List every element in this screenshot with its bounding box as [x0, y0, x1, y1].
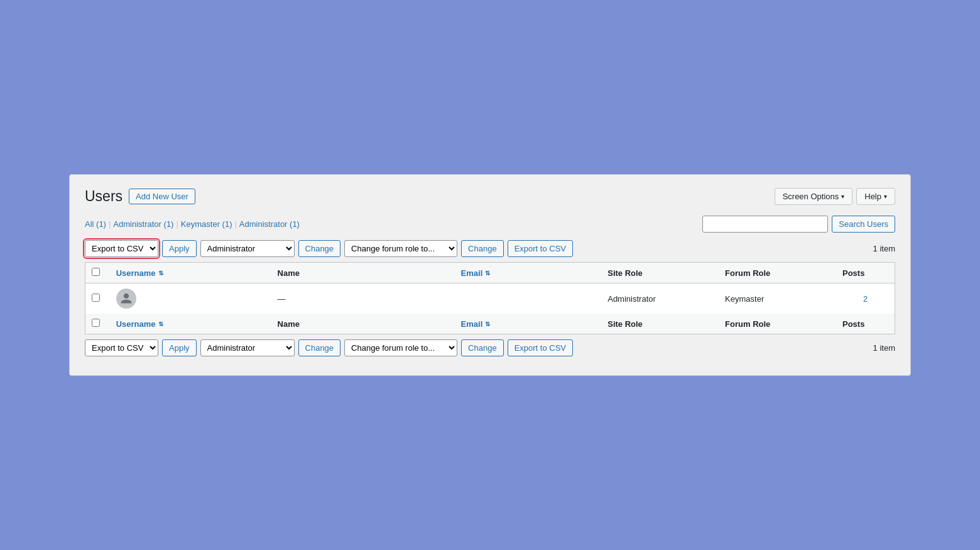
select-all-checkbox[interactable]	[92, 268, 100, 276]
col-site-role-footer: Site Role	[601, 314, 719, 334]
top-buttons: Screen Options ▾ Help ▾	[775, 188, 895, 205]
role-select-bottom[interactable]: Administrator	[200, 339, 295, 356]
sort-arrows-icon: ⇅	[158, 321, 163, 327]
sort-arrows-icon: ⇅	[158, 270, 163, 277]
col-username-footer: Username ⇅	[110, 314, 271, 334]
sort-arrows-icon: ⇅	[485, 270, 490, 277]
email-label: Email	[461, 268, 483, 278]
item-count-top: 1 item	[873, 244, 895, 253]
col-name-footer: Name	[271, 314, 455, 334]
col-checkbox-footer	[85, 314, 110, 334]
search-users-button[interactable]: Search Users	[832, 216, 895, 233]
sort-arrows-icon: ⇅	[485, 321, 490, 327]
forum-role-cell: Keymaster	[719, 283, 836, 314]
username-sort-link-footer[interactable]: Username ⇅	[116, 319, 265, 329]
name-label-footer: Name	[278, 319, 300, 329]
help-button[interactable]: Help ▾	[856, 188, 895, 205]
screen-options-button[interactable]: Screen Options ▾	[775, 188, 853, 205]
username-label-footer: Username	[116, 319, 156, 329]
forum-role-label-footer: Forum Role	[725, 319, 770, 329]
forum-role-label: Forum Role	[725, 268, 770, 278]
table-footer-row: Username ⇅ Name Email ⇅ Site Role	[85, 314, 895, 334]
col-name-header: Name	[271, 263, 455, 283]
filter-administrator[interactable]: Administrator (1)	[113, 219, 173, 229]
forum-role-select-bottom[interactable]: Change forum role to...	[344, 339, 457, 356]
posts-link[interactable]: 2	[863, 294, 868, 304]
select-all-footer-checkbox[interactable]	[92, 319, 100, 327]
change-forum-role-button-bottom[interactable]: Change	[461, 339, 504, 356]
email-sort-link-footer[interactable]: Email ⇅	[461, 319, 596, 329]
filter-administrator-2[interactable]: Administrator (1)	[239, 219, 300, 229]
site-role-value: Administrator	[607, 294, 656, 304]
table-header-row: Username ⇅ Name Email ⇅ Site Role	[85, 263, 895, 283]
site-role-label-footer: Site Role	[607, 319, 643, 329]
col-checkbox-header	[85, 263, 110, 283]
avatar	[116, 289, 136, 309]
col-posts-footer: Posts	[836, 314, 895, 334]
name-cell: —	[271, 283, 455, 314]
change-role-button-top[interactable]: Change	[298, 240, 341, 257]
filter-bar: All (1) | Administrator (1) | Keymaster …	[85, 216, 895, 233]
posts-cell: 2	[836, 283, 895, 314]
row-checkbox[interactable]	[92, 294, 100, 302]
email-sort-link[interactable]: Email ⇅	[461, 268, 596, 278]
change-forum-role-button-top[interactable]: Change	[461, 240, 504, 257]
col-email-footer: Email ⇅	[455, 314, 602, 334]
search-input[interactable]	[702, 216, 828, 233]
posts-label: Posts	[842, 268, 864, 278]
col-site-role-header: Site Role	[601, 263, 719, 283]
filter-links: All (1) | Administrator (1) | Keymaster …	[85, 219, 300, 229]
top-actions-bar: Export to CSV Apply Administrator Change…	[85, 240, 895, 257]
forum-role-value: Keymaster	[725, 294, 764, 304]
col-email-header: Email ⇅	[455, 263, 602, 283]
search-area: Search Users	[702, 216, 895, 233]
filter-all[interactable]: All (1)	[85, 219, 106, 229]
bulk-action-select-bottom[interactable]: Export to CSV	[85, 339, 158, 356]
item-count-bottom: 1 item	[873, 343, 895, 353]
add-new-user-button[interactable]: Add New User	[129, 189, 195, 204]
username-label: Username	[116, 268, 156, 278]
role-select-top[interactable]: Administrator	[200, 240, 295, 257]
username-sort-link[interactable]: Username ⇅	[116, 268, 265, 278]
change-role-button-bottom[interactable]: Change	[298, 339, 341, 356]
col-username-header: Username ⇅	[110, 263, 271, 283]
top-bar: Users Add New User Screen Options ▾ Help…	[85, 187, 895, 206]
admin-panel: Users Add New User Screen Options ▾ Help…	[69, 174, 911, 377]
chevron-down-icon: ▾	[884, 193, 887, 200]
site-role-label: Site Role	[607, 268, 643, 278]
site-role-cell: Administrator	[601, 283, 719, 314]
bottom-actions-bar: Export to CSV Apply Administrator Change…	[85, 339, 895, 356]
chevron-down-icon: ▾	[841, 193, 844, 200]
apply-button-top[interactable]: Apply	[162, 240, 197, 257]
email-label-footer: Email	[461, 319, 483, 329]
page-title-area: Users Add New User	[85, 187, 195, 206]
email-cell	[455, 283, 602, 314]
col-forum-role-footer: Forum Role	[719, 314, 836, 334]
page-title: Users	[85, 187, 122, 206]
table-row: — Administrator Keymaster 2	[85, 283, 895, 314]
apply-button-bottom[interactable]: Apply	[162, 339, 197, 356]
export-csv-button-bottom[interactable]: Export to CSV	[508, 339, 573, 356]
name-value: —	[278, 294, 286, 304]
export-csv-button-top[interactable]: Export to CSV	[508, 240, 573, 257]
name-label: Name	[278, 268, 300, 278]
col-posts-header: Posts	[836, 263, 895, 283]
posts-label-footer: Posts	[842, 319, 864, 329]
row-checkbox-cell	[85, 283, 110, 314]
filter-keymaster[interactable]: Keymaster (1)	[181, 219, 232, 229]
bulk-action-select-top[interactable]: Export to CSV	[85, 240, 158, 257]
username-cell	[110, 283, 271, 314]
col-forum-role-header: Forum Role	[719, 263, 836, 283]
screen-options-label: Screen Options	[783, 192, 839, 201]
users-table: Username ⇅ Name Email ⇅ Site Role	[85, 262, 895, 334]
help-label: Help	[864, 192, 881, 201]
forum-role-select-top[interactable]: Change forum role to...	[344, 240, 457, 257]
